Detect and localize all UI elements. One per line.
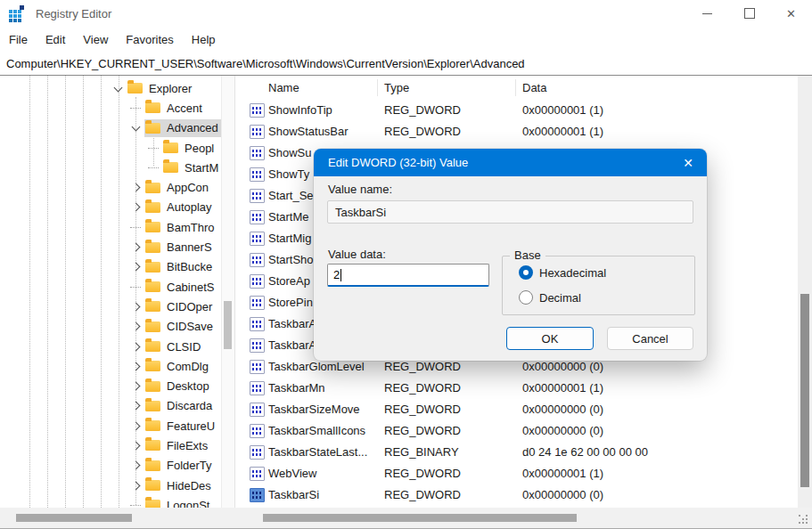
- tree-item-banners[interactable]: BannerS: [0, 237, 221, 256]
- tree-item-label: FeatureU: [165, 419, 217, 434]
- registry-value-row[interactable]: WebViewREG_DWORD0x00000001 (1): [235, 463, 799, 484]
- tree-item-core[interactable]: BannerS: [144, 239, 221, 256]
- tree-item-core[interactable]: CIDOper: [144, 297, 221, 315]
- tree-item-peopl[interactable]: Peopl: [0, 138, 221, 158]
- maximize-button[interactable]: [728, 0, 770, 27]
- tree-item-core[interactable]: Desktop: [144, 378, 221, 395]
- minimize-button[interactable]: [686, 0, 728, 27]
- registry-value-row[interactable]: ShowStatusBarREG_DWORD0x00000001 (1): [235, 121, 799, 142]
- tree-item-core[interactable]: CIDSave: [144, 318, 221, 336]
- tree-item-core[interactable]: BamThro: [144, 218, 221, 236]
- menu-view[interactable]: View: [74, 28, 117, 51]
- column-header-data[interactable]: Data: [522, 81, 546, 94]
- tree-item-appcon[interactable]: AppCon: [0, 177, 221, 197]
- list-vertical-scrollbar-thumb[interactable]: [800, 294, 809, 487]
- tree-item-folderty[interactable]: FolderTy: [0, 456, 221, 476]
- tree-item-core[interactable]: Autoplay: [144, 199, 221, 216]
- tree-item-core[interactable]: LogonSt: [144, 496, 221, 508]
- chevron-down-icon[interactable]: [127, 118, 144, 138]
- tree-item-comdlg[interactable]: ComDlg: [0, 356, 221, 376]
- chevron-down-icon[interactable]: [109, 78, 127, 98]
- tree-item-core[interactable]: Discarda: [144, 397, 221, 415]
- tree-vertical-scrollbar[interactable]: [221, 76, 234, 508]
- tree-item-core[interactable]: Advanced: [144, 119, 221, 137]
- ok-button[interactable]: OK: [506, 327, 594, 350]
- chevron-right-icon[interactable]: [127, 456, 144, 476]
- chevron-right-icon[interactable]: [127, 476, 144, 495]
- resize-grip-icon[interactable]: [799, 515, 809, 525]
- tree-item-core[interactable]: ComDlg: [144, 357, 221, 375]
- value-data-input[interactable]: 2: [327, 264, 489, 287]
- tree-item-advanced[interactable]: Advanced: [0, 118, 221, 138]
- tree-item-core[interactable]: CabinetS: [144, 278, 221, 296]
- tree-item-core[interactable]: HideDes: [144, 476, 221, 494]
- chevron-right-icon[interactable]: [127, 396, 144, 416]
- radio-decimal[interactable]: Decimal: [519, 289, 581, 305]
- menu-file[interactable]: File: [0, 28, 37, 51]
- cancel-button[interactable]: Cancel: [607, 327, 693, 350]
- chevron-right-icon[interactable]: [127, 317, 144, 337]
- list-vertical-scrollbar[interactable]: [798, 76, 812, 508]
- tree-item-fileexts[interactable]: FileExts: [0, 435, 221, 455]
- chevron-right-icon[interactable]: [127, 198, 144, 217]
- list-horizontal-scrollbar-thumb[interactable]: [263, 514, 577, 522]
- tree-item-bitbucke[interactable]: BitBucke: [0, 257, 221, 277]
- chevron-right-icon[interactable]: [127, 177, 144, 197]
- tree-item-discarda[interactable]: Discarda: [0, 396, 221, 416]
- chevron-right-icon[interactable]: [127, 376, 144, 395]
- registry-value-row[interactable]: TaskbarStateLast...REG_BINARYd0 24 1e 62…: [235, 442, 799, 463]
- tree-item-accent[interactable]: Accent: [0, 98, 221, 118]
- registry-value-row[interactable]: TaskbarSizeMoveREG_DWORD0x00000000 (0): [235, 399, 799, 420]
- menu-edit[interactable]: Edit: [37, 28, 74, 51]
- registry-value-row[interactable]: ShowInfoTipREG_DWORD0x00000001 (1): [235, 100, 799, 121]
- tree-item-startm[interactable]: StartM: [0, 158, 221, 177]
- tree-item-cidoper[interactable]: CIDOper: [0, 297, 221, 316]
- tree-item-core[interactable]: Accent: [144, 99, 221, 117]
- tree-item-core[interactable]: FolderTy: [144, 457, 221, 475]
- column-separator[interactable]: [515, 79, 516, 96]
- tree-item-core[interactable]: FeatureU: [144, 417, 221, 435]
- radio-selected-icon[interactable]: [519, 265, 533, 280]
- radio-unselected-icon[interactable]: [519, 290, 533, 305]
- tree-item-cidsave[interactable]: CIDSave: [0, 317, 221, 337]
- tree-item-core[interactable]: Peopl: [162, 139, 221, 157]
- tree-item-core[interactable]: AppCon: [144, 179, 221, 197]
- tree-horizontal-scrollbar-thumb[interactable]: [16, 514, 132, 522]
- tree-item-core[interactable]: FileExts: [144, 436, 221, 454]
- tree-item-core[interactable]: StartM: [162, 159, 221, 176]
- chevron-right-icon[interactable]: [127, 435, 144, 455]
- tree-item-autoplay[interactable]: Autoplay: [0, 198, 221, 217]
- tree-item-clsid[interactable]: CLSID: [0, 337, 221, 356]
- tree-item-explorer[interactable]: Explorer: [0, 78, 221, 98]
- chevron-right-icon[interactable]: [127, 356, 144, 376]
- column-separator[interactable]: [377, 79, 378, 96]
- registry-value-row[interactable]: TaskbarMnREG_DWORD0x00000001 (1): [235, 378, 799, 399]
- chevron-right-icon[interactable]: [127, 297, 144, 316]
- dialog-titlebar[interactable]: Edit DWORD (32-bit) Value ✕: [314, 149, 707, 176]
- registry-value-row[interactable]: TaskbarSmallIconsREG_DWORD0x00000000 (0): [235, 420, 799, 442]
- tree-item-bamthro[interactable]: BamThro: [0, 217, 221, 237]
- value-name-field[interactable]: TaskbarSi: [327, 200, 693, 224]
- chevron-right-icon[interactable]: [127, 237, 144, 256]
- tree-item-logonst[interactable]: LogonSt: [0, 495, 221, 508]
- column-header-name[interactable]: Name: [268, 81, 299, 94]
- tree-item-hidedes[interactable]: HideDes: [0, 476, 221, 495]
- menu-favorites[interactable]: Favorites: [117, 28, 182, 51]
- address-bar[interactable]: Computer\HKEY_CURRENT_USER\Software\Micr…: [0, 52, 812, 76]
- tree-vertical-scrollbar-thumb[interactable]: [224, 301, 232, 349]
- chevron-right-icon[interactable]: [127, 337, 144, 356]
- close-button[interactable]: ✕: [770, 0, 812, 27]
- chevron-right-icon[interactable]: [127, 257, 144, 277]
- tree-item-cabinets[interactable]: CabinetS: [0, 277, 221, 297]
- column-header-type[interactable]: Type: [384, 81, 409, 94]
- tree-item-core[interactable]: CLSID: [144, 338, 221, 355]
- tree-item-desktop[interactable]: Desktop: [0, 376, 221, 395]
- tree-item-core[interactable]: Explorer: [127, 79, 221, 97]
- menu-help[interactable]: Help: [183, 28, 225, 51]
- tree-item-core[interactable]: BitBucke: [144, 258, 221, 276]
- radio-hexadecimal[interactable]: Hexadecimal: [519, 264, 606, 281]
- dialog-close-button[interactable]: ✕: [669, 149, 707, 176]
- tree-item-featureu[interactable]: FeatureU: [0, 416, 221, 435]
- chevron-right-icon[interactable]: [127, 416, 144, 435]
- registry-value-row[interactable]: TaskbarSiREG_DWORD0x00000000 (0): [235, 484, 799, 506]
